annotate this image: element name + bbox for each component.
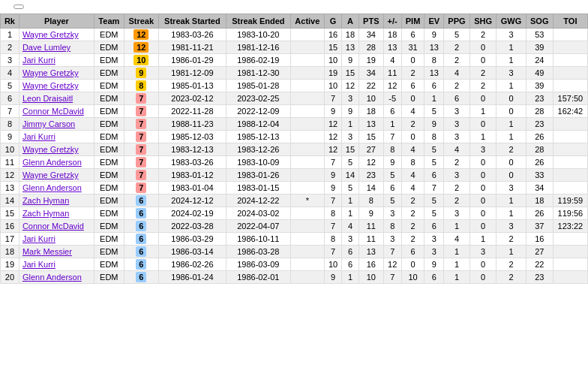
cell-ended: 1981-12-16: [226, 41, 291, 54]
cell-streak: 6: [124, 271, 158, 284]
cell-shg: 0: [470, 195, 496, 207]
cell-toi: [553, 258, 587, 271]
cell-pim: 0: [401, 92, 424, 105]
cell-pim: 0: [401, 54, 424, 67]
cell-started: 1986-03-14: [158, 246, 226, 258]
col-a: A: [341, 14, 358, 29]
cell-pim: 6: [401, 80, 424, 92]
player-link[interactable]: Jimmy Carson: [22, 119, 75, 128]
player-link[interactable]: Glenn Anderson: [22, 158, 82, 167]
cell-gwg: 1: [496, 246, 526, 258]
cell-a: 18: [341, 29, 358, 41]
player-link[interactable]: Zach Hyman: [22, 196, 69, 205]
cell-streak: 6: [124, 207, 158, 220]
cell-pm: 5: [383, 169, 401, 182]
player-link[interactable]: Connor McDavid: [22, 107, 84, 116]
streak-badge: 7: [136, 131, 146, 142]
player-link[interactable]: Wayne Gretzky: [22, 145, 79, 154]
player-link[interactable]: Mark Messier: [22, 247, 72, 256]
cell-sog: 33: [526, 169, 553, 182]
cell-sog: 23: [526, 118, 553, 131]
cell-team: EDM: [94, 169, 124, 182]
col-pm: +/-: [383, 14, 401, 29]
cell-ev: 13: [424, 41, 444, 54]
cell-pts: 19: [358, 54, 383, 67]
cell-toi: 162:42: [553, 105, 587, 118]
cell-ended: 1988-12-04: [226, 118, 291, 131]
col-sog: SOG: [526, 14, 553, 29]
player-link[interactable]: Jari Kurri: [22, 234, 56, 243]
player-link[interactable]: Glenn Anderson: [22, 183, 82, 192]
export-button[interactable]: [14, 5, 24, 9]
cell-ended: 1985-12-13: [226, 131, 291, 143]
cell-ended: 1986-02-01: [226, 271, 291, 284]
cell-rk: 19: [1, 258, 20, 271]
cell-player: Jari Kurri: [19, 258, 94, 271]
cell-pm: 8: [383, 220, 401, 233]
cell-pts: 28: [358, 41, 383, 54]
cell-started: 1988-11-23: [158, 118, 226, 131]
streak-badge: 9: [136, 68, 146, 78]
col-pim: PIM: [401, 14, 424, 29]
cell-shg: 0: [470, 169, 496, 182]
cell-ev: 5: [424, 143, 444, 156]
col-player: Player: [19, 14, 94, 29]
cell-rk: 10: [1, 143, 20, 156]
player-link[interactable]: Zach Hyman: [22, 209, 69, 218]
cell-rk: 11: [1, 156, 20, 169]
cell-ev: 6: [424, 169, 444, 182]
cell-ppg: 2: [444, 182, 470, 195]
cell-team: EDM: [94, 271, 124, 284]
col-pts: PTS: [358, 14, 383, 29]
cell-pim: 6: [401, 246, 424, 258]
cell-team: EDM: [94, 118, 124, 131]
cell-started: 1983-01-04: [158, 182, 226, 195]
player-link[interactable]: Jari Kurri: [22, 132, 56, 141]
cell-pts: 22: [358, 80, 383, 92]
player-link[interactable]: Wayne Gretzky: [22, 81, 79, 90]
player-link[interactable]: Wayne Gretzky: [22, 30, 79, 39]
cell-ended: 1983-12-26: [226, 143, 291, 156]
cell-pm: 4: [383, 54, 401, 67]
cell-a: 1: [341, 118, 358, 131]
player-link[interactable]: Connor McDavid: [22, 222, 84, 231]
col-team: Team: [94, 14, 124, 29]
cell-sog: 53: [526, 29, 553, 41]
cell-streak: 6: [124, 220, 158, 233]
cell-g: 19: [325, 67, 342, 80]
cell-player: Mark Messier: [19, 246, 94, 258]
cell-pm: 5: [383, 195, 401, 207]
table-row: 7Connor McDavidEDM72022-11-282022-12-099…: [1, 105, 588, 118]
cell-ev: 3: [424, 233, 444, 246]
player-link[interactable]: Wayne Gretzky: [22, 170, 79, 179]
table-row: 19Jari KurriEDM61986-02-261986-03-091061…: [1, 258, 588, 271]
cell-gwg: 1: [496, 80, 526, 92]
player-link[interactable]: Glenn Anderson: [22, 273, 82, 282]
cell-streak: 6: [124, 195, 158, 207]
player-link[interactable]: Dave Lumley: [22, 43, 70, 52]
cell-ppg: 3: [444, 169, 470, 182]
cell-g: 9: [325, 271, 342, 284]
cell-streak: 7: [124, 92, 158, 105]
player-link[interactable]: Jari Kurri: [22, 56, 56, 65]
cell-pts: 18: [358, 105, 383, 118]
cell-sog: 16: [526, 233, 553, 246]
player-link[interactable]: Wayne Gretzky: [22, 68, 79, 77]
table-row: 9Jari KurriEDM71985-12-031985-12-1312315…: [1, 131, 588, 143]
cell-g: 9: [325, 105, 342, 118]
streak-badge: 6: [136, 259, 146, 270]
cell-shg: 3: [470, 143, 496, 156]
player-link[interactable]: Jari Kurri: [22, 260, 56, 269]
cell-ended: 2022-04-07: [226, 220, 291, 233]
cell-started: 1981-11-21: [158, 41, 226, 54]
cell-player: Connor McDavid: [19, 105, 94, 118]
cell-g: 10: [325, 54, 342, 67]
cell-ev: 9: [424, 258, 444, 271]
cell-toi: [553, 169, 587, 182]
cell-shg: 1: [470, 233, 496, 246]
cell-pim: 8: [401, 156, 424, 169]
player-link[interactable]: Leon Draisaitl: [22, 94, 73, 103]
cell-ended: 2022-12-09: [226, 105, 291, 118]
streak-badge: 7: [136, 182, 146, 193]
cell-started: 1983-01-12: [158, 169, 226, 182]
